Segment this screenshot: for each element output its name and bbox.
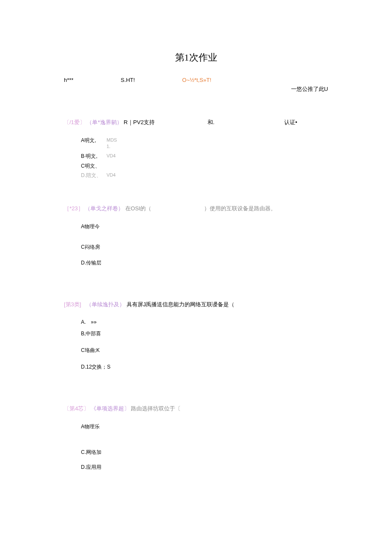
question-2: ［*23］ （单戈之样卷） 在OSI的（ ）使用的互联设备是路由器。 A物理今 … [0,205,392,267]
q1-line: 〔/1爱〕 （单*逸界鹟） R｜PV2支持 和. 认证• [64,119,328,126]
q1-text-b: 和. [208,119,215,126]
q4-tag: 〔第4芯〕 [64,405,89,412]
q2-line: ［*23］ （单戈之样卷） 在OSI的（ ）使用的互联设备是路由器。 [64,205,328,212]
question-3: [第3类] （单续逸扑及） 具有屏J禹播送信息能力的网络互联谩备是（ A. »»… [0,301,392,371]
q2-option-d: D.传输层 [81,259,328,267]
header-orange: O~½*t,S»T! [182,77,291,83]
q3-text: 具有屏J禹播送信息能力的网络互联谩备是（ [127,301,235,308]
q1-option-d-right: VD4 [107,172,328,178]
q3-option-a: A. »» [81,319,328,325]
q2-text-a: 在OSI的（ [125,205,151,212]
q3-option-b: B,中部喜 [81,330,328,337]
question-4: 〔第4芯〕 《单项选界超〕 路由选择坊双位于〔 A物理乐 C.网络加 D.应用用 [0,405,392,471]
q1-text-c: 认证• [284,119,297,126]
q1-option-a-right-1: MDS [107,137,328,143]
q1-option-c: C明文、 [81,163,328,170]
question-1: 〔/1爱〕 （单*逸界鹟） R｜PV2支持 和. 认证• A明文, MDS 1.… [0,119,392,179]
header-right: 一悠公推了此U [291,77,328,93]
q1-option-a: A明文, MDS 1. [81,137,328,150]
q1-label: （单*逸界鹟） [86,119,122,125]
q4-text: 路由选择坊双位于〔 [131,405,181,412]
q1-option-d-left: D.陪文、 [81,172,107,179]
q1-options: A明文, MDS 1. B·明文, VD4 C明文、 D.陪文、 VD4 [64,137,328,179]
q1-option-b: B·明文, VD4 [81,153,328,160]
q1-tag: 〔/1爱〕 [64,119,85,125]
q2-option-c: C闷络房 [81,244,328,251]
q4-option-d: D.应用用 [81,464,328,471]
q4-options: A物理乐 C.网络加 D.应用用 [64,423,328,471]
q4-line: 〔第4芯〕 《单项选界超〕 路由选择坊双位于〔 [64,405,328,413]
q4-option-c: C.网络加 [81,449,328,456]
q4-label: 《单项选界超〕 [91,405,130,412]
q1-option-a-left: A明文, [81,137,107,144]
q1-option-a-right-2: 1. [107,143,328,150]
q2-options: A物理今 C闷络房 D.传输层 [64,223,328,267]
q3-tag: [第3类] [64,301,81,308]
page-title: 第1次作业 [0,0,392,73]
q3-option-d: D.12交换；S [81,363,328,371]
q1-option-b-left: B·明文, [81,153,107,160]
q2-tag: ［*23］ [64,205,84,212]
q1-text-a: R｜PV2支持 [124,119,155,125]
q3-line: [第3类] （单续逸扑及） 具有屏J禹播送信息能力的网络互联谩备是（ [64,301,328,308]
q3-label: （单续逸扑及） [86,301,125,308]
header-left: h*** [64,77,73,83]
q3-option-c: C珞曲;K [81,347,328,354]
q3-options: A. »» B,中部喜 C珞曲;K D.12交换；S [64,319,328,371]
q1-option-a-right: MDS 1. [107,137,328,150]
q1-option-d: D.陪文、 VD4 [81,172,328,179]
q1-option-c-left: C明文、 [81,163,107,170]
q2-text-b: ）使用的互联设备是路由器。 [204,205,276,212]
q1-option-b-right: VD4 [107,153,328,159]
header-row: h*** S.HT! O~½*t,S»T! 一悠公推了此U [0,73,392,93]
q2-label: （单戈之样卷） [85,205,124,212]
header-mid: S.HT! [73,77,182,83]
q2-option-a: A物理今 [81,223,328,230]
q4-option-a: A物理乐 [81,423,328,430]
